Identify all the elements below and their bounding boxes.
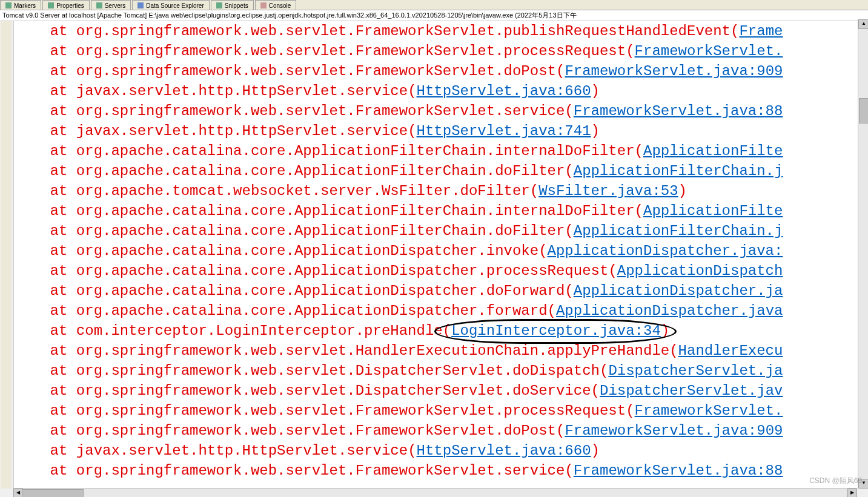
stack-class-method: org.springframework.web.servlet.HandlerE… bbox=[76, 343, 669, 359]
stack-trace-line: at javax.servlet.http.HttpServlet.servic… bbox=[15, 81, 868, 101]
stack-trace-line: at org.apache.catalina.core.ApplicationF… bbox=[15, 141, 868, 161]
stack-source-link[interactable]: ApplicationDispatcher.ja bbox=[574, 283, 783, 299]
stack-trace-line: at org.apache.catalina.core.ApplicationD… bbox=[15, 281, 868, 301]
scroll-up-arrow-icon[interactable]: ▲ bbox=[858, 19, 868, 29]
stack-trace-line: at org.apache.catalina.core.ApplicationF… bbox=[15, 161, 868, 181]
stack-trace-line: at org.apache.catalina.core.ApplicationD… bbox=[15, 301, 868, 321]
stack-class-method: org.springframework.web.servlet.Framewor… bbox=[76, 403, 626, 419]
open-paren: ( bbox=[565, 103, 573, 119]
stack-trace-line: at org.springframework.web.servlet.Frame… bbox=[15, 41, 868, 61]
markers-icon bbox=[5, 2, 12, 8]
stack-class-method: org.apache.catalina.core.ApplicationDisp… bbox=[76, 243, 538, 259]
stack-at-keyword: at bbox=[15, 183, 76, 199]
open-paren: ( bbox=[556, 63, 565, 79]
stack-source-link[interactable]: FrameworkServlet.java:909 bbox=[565, 423, 783, 439]
close-paren: ) bbox=[591, 83, 600, 99]
open-paren: ( bbox=[626, 43, 634, 59]
open-paren: ( bbox=[408, 123, 416, 139]
stack-source-link[interactable]: ApplicationFilterChain.j bbox=[574, 223, 783, 239]
stack-source-link[interactable]: FrameworkServlet. bbox=[635, 43, 783, 59]
tab-label: Markers bbox=[14, 2, 36, 9]
stack-source-link[interactable]: HttpServlet.java:660 bbox=[417, 83, 591, 99]
stack-trace-line: at org.springframework.web.servlet.Frame… bbox=[15, 101, 868, 121]
stack-at-keyword: at bbox=[15, 203, 76, 219]
console-output[interactable]: at org.springframework.web.servlet.Frame… bbox=[14, 21, 868, 489]
stack-class-method: org.apache.catalina.core.ApplicationFilt… bbox=[76, 163, 565, 179]
stack-class-method: org.apache.catalina.core.ApplicationDisp… bbox=[76, 283, 565, 299]
stack-at-keyword: at bbox=[15, 283, 76, 299]
open-paren: ( bbox=[408, 83, 416, 99]
stack-class-method: org.springframework.web.servlet.Framewor… bbox=[76, 63, 556, 79]
stack-source-link[interactable]: FrameworkServlet.java:88 bbox=[574, 103, 783, 119]
horizontal-scrollbar[interactable]: ◀ ▶ bbox=[13, 488, 857, 497]
scroll-thumb[interactable] bbox=[859, 98, 868, 123]
stack-at-keyword: at bbox=[15, 462, 76, 479]
tab-label: Console bbox=[269, 2, 291, 9]
vertical-scrollbar[interactable]: ▲ ▼ bbox=[858, 19, 868, 489]
open-paren: ( bbox=[443, 323, 451, 339]
stack-at-keyword: at bbox=[15, 223, 76, 239]
stack-source-link[interactable]: ApplicationDispatch bbox=[617, 263, 783, 279]
stack-source-link[interactable]: HttpServlet.java:660 bbox=[417, 443, 591, 459]
stack-trace-line: at org.springframework.web.servlet.Frame… bbox=[15, 461, 868, 481]
stack-class-method: org.springframework.web.servlet.Framewor… bbox=[76, 423, 556, 439]
stack-at-keyword: at bbox=[15, 103, 76, 119]
stack-class-method: org.apache.catalina.core.ApplicationFilt… bbox=[76, 223, 565, 239]
stack-source-link[interactable]: ApplicationFilte bbox=[643, 203, 783, 219]
stack-source-link[interactable]: DispatcherServlet.jav bbox=[600, 383, 783, 399]
stack-at-keyword: at bbox=[15, 123, 76, 139]
open-paren: ( bbox=[530, 183, 538, 199]
stack-source-link[interactable]: LoginInterceptor.java:34 bbox=[451, 323, 661, 339]
tab-markers[interactable]: Markers bbox=[0, 0, 41, 10]
stack-at-keyword: at bbox=[15, 243, 76, 259]
stack-at-keyword: at bbox=[15, 63, 76, 79]
tab-properties[interactable]: Properties bbox=[42, 0, 90, 10]
stack-at-keyword: at bbox=[15, 443, 76, 459]
tab-data-source-explorer[interactable]: Data Source Explorer bbox=[132, 0, 210, 10]
stack-source-link[interactable]: ApplicationDispatcher.java bbox=[556, 303, 783, 319]
tab-servers[interactable]: Servers bbox=[91, 0, 131, 10]
stack-source-link[interactable]: FrameworkServlet.java:909 bbox=[565, 63, 783, 79]
scroll-right-arrow-icon[interactable]: ▶ bbox=[847, 489, 857, 497]
stack-class-method: org.springframework.web.servlet.Dispatch… bbox=[76, 363, 600, 379]
stack-source-link[interactable]: HandlerExecu bbox=[678, 343, 783, 359]
tab-label: Snippets bbox=[225, 2, 248, 9]
stack-source-link[interactable]: Frame bbox=[739, 23, 783, 39]
stack-trace-line: at org.apache.tomcat.websocket.server.Ws… bbox=[15, 181, 868, 201]
open-paren: ( bbox=[626, 403, 634, 419]
stack-at-keyword: at bbox=[15, 343, 76, 359]
stack-source-link[interactable]: DispatcherServlet.ja bbox=[608, 363, 783, 379]
stack-trace-line: at org.springframework.web.servlet.Frame… bbox=[15, 61, 868, 81]
stack-at-keyword: at bbox=[15, 303, 76, 319]
snippets-icon bbox=[216, 2, 222, 8]
close-paren: ) bbox=[591, 123, 600, 139]
stack-at-keyword: at bbox=[15, 363, 76, 379]
open-paren: ( bbox=[635, 143, 643, 159]
console-icon bbox=[260, 2, 267, 8]
open-paren: ( bbox=[591, 383, 600, 399]
stack-class-method: org.apache.catalina.core.ApplicationDisp… bbox=[76, 303, 548, 319]
stack-source-link[interactable]: FrameworkServlet.java:88 bbox=[574, 462, 783, 479]
open-paren: ( bbox=[538, 243, 547, 259]
stack-source-link[interactable]: WsFilter.java:53 bbox=[538, 183, 678, 199]
stack-class-method: org.springframework.web.servlet.Framewor… bbox=[76, 462, 565, 479]
stack-at-keyword: at bbox=[15, 423, 76, 439]
stack-class-method: org.springframework.web.servlet.Framewor… bbox=[76, 23, 731, 39]
close-paren: ) bbox=[678, 183, 687, 199]
scroll-thumb[interactable] bbox=[22, 489, 84, 497]
stack-source-link[interactable]: ApplicationFilterChain.j bbox=[574, 163, 783, 179]
stack-trace-line: at org.springframework.web.servlet.Handl… bbox=[15, 341, 868, 361]
stack-at-keyword: at bbox=[15, 383, 76, 399]
stack-source-link[interactable]: ApplicationDispatcher.java: bbox=[548, 243, 783, 259]
stack-source-link[interactable]: HttpServlet.java:741 bbox=[417, 123, 591, 139]
open-paren: ( bbox=[408, 443, 416, 459]
properties-icon bbox=[48, 2, 54, 8]
stack-at-keyword: at bbox=[15, 23, 76, 39]
tab-console[interactable]: Console bbox=[255, 0, 297, 10]
tab-snippets[interactable]: Snippets bbox=[211, 0, 254, 10]
open-paren: ( bbox=[565, 163, 573, 179]
stack-source-link[interactable]: FrameworkServlet. bbox=[635, 403, 783, 419]
stack-trace-line: at org.apache.catalina.core.ApplicationF… bbox=[15, 221, 868, 241]
stack-source-link[interactable]: ApplicationFilte bbox=[643, 143, 783, 159]
datasource-icon bbox=[137, 2, 144, 8]
